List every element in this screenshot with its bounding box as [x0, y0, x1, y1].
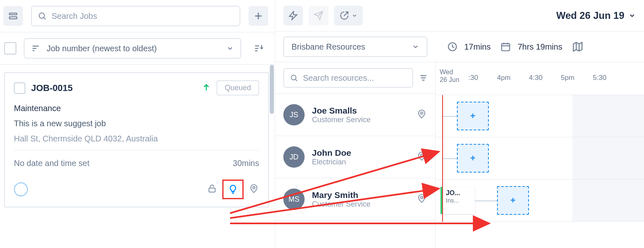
timeline-row[interactable]: +	[436, 137, 644, 180]
jobs-search-input[interactable]	[52, 11, 234, 21]
timeline: Wed 26 Jun :30 4pm 4:30 5pm 5:30	[436, 62, 644, 248]
calendar-icon	[500, 41, 511, 52]
resource-group-label: Brisbane Resources	[291, 42, 365, 52]
lock-icon[interactable]	[207, 183, 217, 196]
dispatch-button[interactable]	[309, 6, 328, 25]
job-checkbox[interactable]	[14, 82, 25, 94]
optimize-button[interactable]	[283, 6, 303, 25]
svg-rect-19	[502, 43, 510, 50]
resource-role: Electrician	[312, 158, 409, 166]
suggested-slot[interactable]: +	[457, 102, 489, 130]
chevron-down-icon	[628, 12, 636, 19]
timeline-now-line	[442, 95, 443, 222]
job-card[interactable]: JOB-0015 Queued Maintenance This is a ne…	[4, 72, 269, 207]
job-description: This is a new suggest job	[14, 119, 259, 128]
resources-filter-button[interactable]	[419, 68, 428, 88]
send-icon	[314, 11, 323, 20]
sort-direction-button[interactable]	[249, 39, 268, 58]
resource-row[interactable]: JS Joe Smalls Customer Service	[275, 94, 435, 136]
avatar: MS	[283, 189, 305, 210]
svg-rect-1	[9, 17, 17, 19]
job-status-badge: Queued	[217, 80, 259, 96]
job-time-label: No date and time set	[14, 159, 90, 168]
schedule-top-row: Wed 26 Jun 19	[275, 0, 644, 32]
timeline-row[interactable]: JO... Ins... +	[436, 180, 644, 222]
svg-point-26	[291, 75, 296, 80]
suggest-button[interactable]	[222, 180, 244, 199]
export-icon	[339, 11, 349, 20]
timeline-header: Wed 26 Jun :30 4pm 4:30 5pm 5:30	[436, 62, 644, 95]
task-chip-subtitle: Ins...	[446, 197, 472, 204]
suggested-slot[interactable]: +	[457, 144, 489, 173]
location-pin-icon[interactable]	[416, 151, 427, 163]
jobs-list: JOB-0015 Queued Maintenance This is a ne…	[0, 65, 275, 248]
date-picker[interactable]: Wed 26 Jun 19	[556, 10, 636, 21]
timeline-row[interactable]: +	[436, 95, 644, 137]
job-id: JOB-0015	[31, 83, 196, 93]
plus-icon	[253, 11, 263, 21]
sort-direction-icon	[253, 43, 263, 53]
suggested-slot[interactable]: +	[497, 186, 529, 215]
select-all-checkbox[interactable]	[4, 42, 16, 55]
panel-layout-icon[interactable]	[3, 6, 23, 26]
jobs-filter-row: Job number (newest to oldest)	[0, 32, 275, 65]
resources-search[interactable]	[283, 68, 413, 88]
timeline-date: Wed 26 Jun	[440, 68, 459, 84]
search-icon	[38, 11, 47, 20]
resources-search-input[interactable]	[303, 73, 407, 83]
slot-connector	[443, 158, 458, 159]
svg-point-15	[253, 187, 255, 189]
timeline-tick: 5pm	[561, 74, 574, 82]
location-pin-icon[interactable]	[416, 193, 427, 205]
svg-marker-23	[574, 43, 582, 51]
scheduled-task-chip[interactable]: JO... Ins...	[441, 187, 475, 214]
jobs-search[interactable]	[31, 6, 240, 26]
resource-role: Customer Service	[312, 200, 409, 209]
sort-dropdown[interactable]: Job number (newest to oldest)	[24, 38, 241, 59]
svg-line-17	[344, 12, 348, 16]
svg-point-33	[420, 196, 423, 198]
jobs-panel: Job number (newest to oldest) JOB-0015 Q…	[0, 0, 275, 248]
resource-name: Mary Smith	[312, 190, 409, 200]
location-pin-icon[interactable]	[249, 183, 259, 196]
svg-rect-0	[9, 13, 17, 15]
sort-icon	[31, 44, 40, 53]
timeline-tick: 5:30	[593, 74, 606, 82]
assignee-placeholder[interactable]	[14, 182, 28, 196]
job-type: Maintenance	[14, 104, 259, 113]
sort-label: Job number (newest to oldest)	[47, 44, 157, 53]
chevron-down-icon	[352, 13, 357, 18]
resource-group-dropdown[interactable]: Brisbane Resources	[283, 36, 427, 57]
bolt-icon	[288, 11, 298, 20]
schedule-panel: Wed 26 Jun 19 Brisbane Resources 17mins …	[275, 0, 644, 248]
schedule-stats-row: Brisbane Resources 17mins 7hrs 19mins	[275, 32, 644, 62]
svg-marker-16	[289, 11, 297, 20]
svg-line-27	[296, 80, 297, 81]
resource-role: Customer Service	[312, 116, 409, 124]
avatar: JS	[283, 104, 305, 125]
svg-point-31	[420, 112, 423, 114]
slot-connector	[443, 116, 458, 117]
resources-column: JS Joe Smalls Customer Service JD John D…	[275, 62, 436, 248]
svg-rect-14	[209, 188, 215, 192]
location-pin-icon[interactable]	[416, 109, 427, 121]
timeline-tick: :30	[468, 74, 478, 82]
resource-name: Joe Smalls	[312, 106, 409, 116]
search-icon	[290, 74, 298, 82]
resource-row[interactable]: JD John Doe Electrician	[275, 136, 435, 178]
job-duration: 30mins	[233, 159, 259, 168]
filter-icon	[419, 73, 428, 82]
job-address: Hall St, Chermside QLD 4032, Australia	[14, 134, 259, 143]
svg-point-2	[39, 13, 45, 18]
schedule-duration-stat: 7hrs 19mins	[500, 41, 562, 52]
add-job-button[interactable]	[249, 6, 268, 26]
timeline-tick: 4:30	[529, 74, 542, 82]
resource-row[interactable]: MS Mary Smith Customer Service	[275, 178, 435, 221]
task-chip-title: JO...	[446, 189, 472, 197]
export-button[interactable]	[334, 6, 363, 25]
jobs-top-row	[0, 0, 275, 32]
travel-time-value: 17mins	[464, 42, 490, 52]
scrollbar-thumb[interactable]	[270, 65, 274, 114]
resource-name: John Doe	[312, 148, 409, 158]
schedule-duration-value: 7hrs 19mins	[517, 42, 562, 52]
